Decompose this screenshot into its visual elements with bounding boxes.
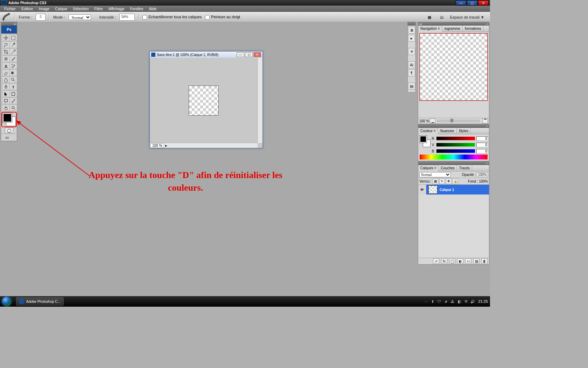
link-layers-icon[interactable]: ⬀ xyxy=(433,258,439,264)
layer-row[interactable]: 👁 Calque 1 xyxy=(418,185,489,195)
tool-presets-icon[interactable]: ✕ xyxy=(408,48,415,55)
shape-tool[interactable] xyxy=(9,90,17,97)
start-button[interactable] xyxy=(0,296,13,307)
bridge-icon[interactable]: 🗂 xyxy=(438,13,447,21)
gradient-tool[interactable] xyxy=(9,69,17,76)
current-tool-icon[interactable] xyxy=(2,13,11,21)
tab-informations[interactable]: formations xyxy=(463,26,484,32)
fill-field[interactable]: 100% xyxy=(479,179,488,183)
panel-collapse-icon[interactable]: ◂◂ xyxy=(419,22,422,26)
new-group-icon[interactable]: ▭ xyxy=(465,258,471,264)
zoom-in-button[interactable]: ▔ xyxy=(482,118,488,123)
layers-panel-menu-icon[interactable]: –× xyxy=(485,162,488,165)
move-tool[interactable] xyxy=(2,34,10,41)
tab-couches[interactable]: Couches xyxy=(439,165,457,171)
adjustment-layer-icon[interactable]: ◐ xyxy=(457,258,463,264)
quick-mask-toggle[interactable]: ◯ xyxy=(5,128,13,133)
tab-traces[interactable]: Tracés xyxy=(457,165,472,171)
clone-stamp-tool[interactable] xyxy=(2,62,10,69)
layer-style-icon[interactable]: fx xyxy=(441,258,447,264)
menu-fenetre[interactable]: Fenêtre xyxy=(127,7,146,11)
palette-collapse-icon[interactable]: ◂◂ xyxy=(13,22,16,26)
canvas[interactable] xyxy=(150,58,258,143)
character-panel-icon[interactable]: A| xyxy=(408,61,415,68)
tab-styles[interactable]: Styles xyxy=(457,128,471,134)
layer-blend-select[interactable]: Normal xyxy=(419,172,451,177)
menu-calque[interactable]: Calque xyxy=(52,7,70,11)
actions-panel-icon[interactable]: ▸ xyxy=(408,35,415,42)
b-value[interactable]: 0 xyxy=(476,149,488,154)
tray-icon[interactable]: ⬈ xyxy=(443,299,448,304)
doc-maximize-button[interactable]: ◻ xyxy=(245,52,253,57)
brush-tool[interactable] xyxy=(9,55,17,62)
spectrum-ramp[interactable] xyxy=(420,155,488,159)
tray-volume-icon[interactable]: 🔊 xyxy=(470,299,475,304)
tray-icon[interactable]: ⬆ xyxy=(430,299,435,304)
tray-icon[interactable]: ◧ xyxy=(457,299,462,304)
tray-icon[interactable]: ⧉ xyxy=(463,299,468,304)
color-fg-swatch[interactable] xyxy=(420,136,427,143)
doc-info-icon[interactable]: ▸ xyxy=(165,143,167,148)
menu-image[interactable]: Image xyxy=(36,7,52,11)
r-value[interactable]: 0 xyxy=(476,136,488,141)
dodge-tool[interactable] xyxy=(9,76,17,83)
tray-network-icon[interactable]: 🖧 xyxy=(450,299,455,304)
layer-visibility-icon[interactable]: 👁 xyxy=(418,185,426,195)
panel-menu-icon[interactable]: –× xyxy=(485,22,488,26)
window-maximize-button[interactable]: ◻ xyxy=(467,0,477,6)
r-slider[interactable] xyxy=(436,137,475,140)
tab-histogramme[interactable]: togramme xyxy=(442,26,463,32)
v-value[interactable]: 0 xyxy=(476,143,488,147)
eraser-tool[interactable] xyxy=(2,69,10,76)
blend-mode-select[interactable]: Normal xyxy=(69,14,91,20)
color-swatch-well[interactable] xyxy=(2,113,16,127)
doc-minimize-button[interactable]: — xyxy=(237,52,244,57)
tab-navigation[interactable]: Navigation × xyxy=(418,26,442,32)
intensity-field[interactable]: 50% xyxy=(119,14,135,21)
brush-size-field[interactable]: 5 xyxy=(36,14,46,21)
lasso-tool[interactable] xyxy=(2,41,10,48)
notes-tool[interactable] xyxy=(2,97,10,104)
workspace-dropdown[interactable]: Espace de travail ▼ xyxy=(450,15,484,19)
tab-calques[interactable]: Calques × xyxy=(418,165,439,171)
screen-mode-toggle[interactable]: ▭ xyxy=(5,135,13,140)
menu-aide[interactable]: Aide xyxy=(146,7,159,11)
history-brush-tool[interactable] xyxy=(9,62,17,69)
layer-thumbnail[interactable] xyxy=(428,185,438,194)
new-layer-icon[interactable]: ▤ xyxy=(473,258,479,264)
vertical-scrollbar[interactable] xyxy=(257,58,262,143)
color-panel-menu-icon[interactable]: –× xyxy=(485,125,488,128)
pen-tool[interactable] xyxy=(2,83,10,90)
b-slider[interactable] xyxy=(436,149,475,153)
window-close-button[interactable]: ✕ xyxy=(478,0,489,6)
layers-shortcut-icon[interactable]: ▤ xyxy=(408,83,415,90)
navigator-preview[interactable] xyxy=(420,33,488,101)
delete-layer-icon[interactable]: 🗑 xyxy=(481,258,488,264)
foreground-color-swatch[interactable] xyxy=(3,113,12,122)
doc-zoom-field[interactable]: 100 % xyxy=(150,143,164,148)
taskbar-clock[interactable]: 21:25 xyxy=(478,299,488,304)
history-panel-icon[interactable]: ≣ xyxy=(408,27,415,34)
menu-filtre[interactable]: Filtre xyxy=(91,7,105,11)
window-minimize-button[interactable]: — xyxy=(456,0,466,6)
slice-tool[interactable] xyxy=(9,48,17,55)
type-tool[interactable]: T xyxy=(9,83,17,90)
lock-all-icon[interactable]: 🔒 xyxy=(453,178,458,184)
lock-position-icon[interactable]: ✥ xyxy=(446,178,451,184)
menu-edition[interactable]: Edition xyxy=(19,7,36,11)
taskbar-app-button[interactable]: Adobe Photoshop C... xyxy=(16,297,64,306)
tab-nuancier[interactable]: Nuancier xyxy=(438,128,457,134)
sample-all-layers-checkbox[interactable]: Echantillonner tous les calques xyxy=(142,15,202,20)
toggle-palettes-icon[interactable]: ▦ xyxy=(425,13,434,21)
nav-zoom-field[interactable]: 100 % xyxy=(419,119,429,123)
paragraph-panel-icon[interactable]: ¶ xyxy=(408,69,415,76)
opacity-field[interactable]: 100% xyxy=(477,172,488,177)
v-slider[interactable] xyxy=(436,143,475,146)
marquee-tool[interactable] xyxy=(9,34,17,41)
hand-tool[interactable] xyxy=(2,104,10,111)
tray-shield-icon[interactable]: 🛡 xyxy=(437,299,442,304)
zoom-tool[interactable] xyxy=(9,104,17,111)
layer-name[interactable]: Calque 1 xyxy=(440,188,454,192)
blur-tool[interactable] xyxy=(2,76,10,83)
lock-pixels-icon[interactable]: ✎ xyxy=(439,178,445,184)
